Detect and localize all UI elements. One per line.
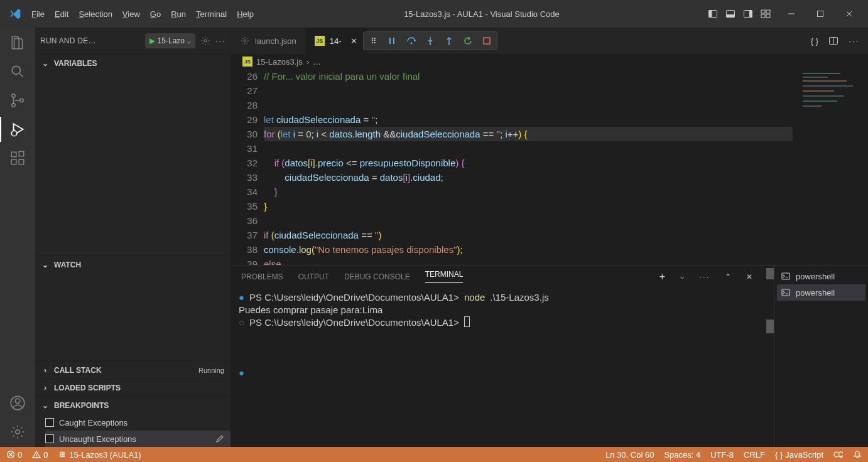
edit-icon[interactable] (215, 434, 224, 443)
bullet-icon: ● (239, 291, 244, 304)
close-tab-icon[interactable]: ✕ (350, 36, 357, 46)
close-window-button[interactable] (835, 4, 863, 23)
checkbox[interactable] (45, 418, 54, 427)
titlebar: FileEditSelectionViewGoRunTerminalHelp 1… (0, 0, 868, 28)
step-out-icon[interactable] (443, 35, 455, 47)
bullet-icon: ○ (239, 316, 244, 329)
restart-icon[interactable] (462, 35, 474, 47)
panel-bottom-icon[interactable] (722, 6, 739, 22)
more-icon[interactable]: ··· (700, 272, 710, 281)
menu-go[interactable]: Go (145, 7, 166, 21)
settings-gear-icon[interactable] (9, 423, 26, 441)
svg-rect-16 (11, 152, 16, 157)
panel-tab-problems[interactable]: PROBLEMS (241, 272, 283, 281)
code-content[interactable]: // For... valor inicial para un valor fi… (264, 69, 793, 265)
svg-rect-18 (19, 159, 24, 164)
braces-icon[interactable]: { } (811, 36, 818, 46)
panel-right-icon[interactable] (740, 6, 756, 22)
maximize-button[interactable] (806, 4, 834, 23)
breadcrumb-trail[interactable]: … (313, 57, 321, 67)
menu-terminal[interactable]: Terminal (191, 7, 232, 21)
new-terminal-icon[interactable]: + (659, 271, 665, 282)
sidebar-run-debug: RUN AND DE… ▶ 15-Lazo ⌵ ··· ⌄VARIABLES ⌄… (35, 28, 231, 447)
tab-active-file[interactable]: JS 14- ✕ (306, 28, 367, 54)
step-over-icon[interactable] (405, 35, 418, 47)
configure-gear-icon[interactable] (200, 36, 210, 46)
extensions-icon[interactable] (9, 149, 26, 167)
debug-config-label: 15-Lazo (158, 36, 185, 45)
menu-edit[interactable]: Edit (50, 7, 73, 21)
source-control-icon[interactable] (9, 92, 26, 109)
layout-grid-icon[interactable] (757, 6, 774, 22)
code-editor[interactable]: 2627282930313233343536373839 // For... v… (231, 69, 868, 265)
panel-left-icon[interactable] (705, 6, 721, 22)
step-into-icon[interactable] (424, 35, 437, 47)
menu-selection[interactable]: Selection (73, 7, 117, 21)
breakpoint-row[interactable]: Caught Exceptions (45, 414, 231, 431)
run-debug-icon[interactable] (9, 121, 26, 138)
pause-icon[interactable] (386, 35, 399, 47)
status-language[interactable]: { } JavaScript (775, 450, 823, 459)
svg-point-26 (430, 43, 431, 45)
svg-point-35 (834, 452, 839, 457)
svg-point-25 (411, 43, 413, 45)
section-breakpoints[interactable]: ⌄BREAKPOINTS (35, 397, 231, 414)
chevron-down-icon[interactable]: ⌵ (680, 272, 685, 281)
stop-icon[interactable] (480, 35, 493, 47)
menu-run[interactable]: Run (166, 7, 191, 21)
section-watch[interactable]: ⌄WATCH (35, 256, 231, 274)
callstack-status: Running (198, 367, 224, 374)
svg-rect-31 (782, 289, 789, 296)
explorer-icon[interactable] (9, 34, 26, 51)
bell-icon[interactable] (853, 450, 862, 459)
debug-config-select[interactable]: ▶ 15-Lazo ⌵ (145, 33, 195, 48)
minimize-button[interactable] (778, 4, 805, 23)
menu-help[interactable]: Help (232, 7, 259, 21)
minimap[interactable] (793, 69, 868, 265)
search-icon[interactable] (9, 63, 26, 80)
close-panel-icon[interactable]: ✕ (746, 272, 752, 281)
status-encoding[interactable]: UTF-8 (710, 450, 734, 459)
terminal-session[interactable]: powershell (777, 284, 865, 301)
account-icon[interactable] (9, 394, 26, 412)
line-gutter: 2627282930313233343536373839 (231, 69, 264, 265)
terminal-scrollbar[interactable] (762, 266, 774, 447)
chevron-down-icon: ⌄ (40, 260, 50, 270)
panel-tab-output[interactable]: OUTPUT (298, 272, 329, 281)
breakpoint-label: Uncaught Exceptions (59, 434, 136, 444)
more-icon[interactable]: ··· (215, 36, 225, 45)
status-eol[interactable]: CRLF (744, 450, 765, 459)
js-file-icon: JS (315, 36, 325, 46)
feedback-icon[interactable] (833, 450, 843, 459)
svg-point-33 (36, 456, 37, 457)
status-warnings[interactable]: 0 (32, 450, 48, 459)
status-cursor[interactable]: Ln 30, Col 60 (605, 450, 654, 459)
svg-rect-30 (782, 273, 789, 279)
menu-view[interactable]: View (117, 7, 145, 21)
tab-launch-json[interactable]: launch.json (231, 28, 306, 54)
chevron-right-icon: › (40, 383, 50, 393)
section-variables[interactable]: ⌄VARIABLES (35, 55, 231, 72)
start-debug-icon[interactable]: ▶ (149, 36, 155, 45)
chevron-down-icon[interactable]: ⌵ (187, 38, 191, 45)
svg-rect-6 (761, 10, 765, 13)
maximize-panel-icon[interactable]: ⌃ (725, 272, 731, 281)
breadcrumbs[interactable]: JS 15-Lazos3.js › … (231, 54, 868, 69)
status-debug-target[interactable]: 15-Lazos3 (AULA1) (58, 450, 141, 459)
breadcrumb-file[interactable]: 15-Lazos3.js (256, 57, 303, 67)
grip-icon[interactable]: ⠿ (367, 35, 380, 47)
breakpoint-row[interactable]: Uncaught Exceptions (45, 431, 231, 447)
status-indent[interactable]: Spaces: 4 (664, 450, 700, 459)
checkbox[interactable] (45, 434, 54, 443)
section-callstack[interactable]: ›CALL STACKRunning (35, 362, 231, 379)
terminal[interactable]: ●PS C:\Users\leidy\OneDrive\Documentos\A… (231, 287, 762, 447)
terminal-session[interactable]: powershell (777, 268, 865, 284)
panel-tab-terminal[interactable]: TERMINAL (425, 270, 464, 283)
more-icon[interactable]: ··· (849, 36, 859, 46)
split-editor-icon[interactable] (828, 36, 838, 46)
debug-toolbar[interactable]: ⠿ (363, 31, 497, 50)
section-loaded-scripts[interactable]: ›LOADED SCRIPTS (35, 379, 231, 397)
panel-tab-debug-console[interactable]: DEBUG CONSOLE (344, 272, 410, 281)
status-errors[interactable]: 0 (6, 450, 22, 459)
menu-file[interactable]: File (26, 7, 50, 21)
